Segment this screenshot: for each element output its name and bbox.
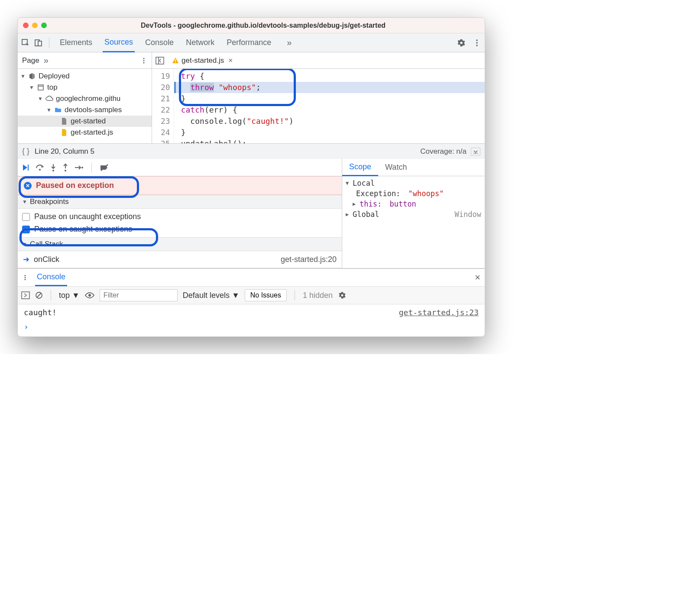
pause-banner: ✕ Paused on exception bbox=[18, 176, 342, 195]
coverage-dropdown-icon[interactable] bbox=[471, 148, 480, 155]
code-editor[interactable]: 19202122232425 try { throw "whoops";}cat… bbox=[152, 69, 485, 143]
svg-point-23 bbox=[81, 167, 83, 168]
editor-statusbar: { } Line 20, Column 5 Coverage: n/a bbox=[18, 143, 485, 159]
tab-elements[interactable]: Elements bbox=[58, 34, 94, 52]
window-titlebar: DevTools - googlechrome.github.io/devtoo… bbox=[18, 18, 485, 33]
scope-exception: Exception: "whoops" bbox=[346, 188, 481, 199]
svg-point-7 bbox=[143, 60, 145, 61]
tree-folder[interactable]: ▼ devtools-samples bbox=[18, 104, 152, 116]
checkbox-checked[interactable]: ✓ bbox=[22, 226, 30, 233]
window-controls bbox=[23, 23, 47, 28]
step-icon[interactable] bbox=[74, 164, 84, 171]
document-icon bbox=[60, 117, 68, 125]
scope-tab[interactable]: Scope bbox=[342, 159, 378, 176]
tab-console[interactable]: Console bbox=[143, 34, 175, 52]
checkbox-unchecked[interactable] bbox=[22, 213, 30, 221]
svg-point-5 bbox=[476, 45, 478, 46]
navigator-menu-icon[interactable] bbox=[140, 57, 147, 64]
svg-line-30 bbox=[37, 293, 41, 297]
scope-local[interactable]: ▼Local bbox=[346, 178, 481, 188]
svg-rect-11 bbox=[156, 57, 164, 64]
hidden-count[interactable]: 1 hidden bbox=[303, 291, 333, 300]
settings-gear-icon[interactable] bbox=[456, 38, 467, 48]
console-prompt[interactable]: › bbox=[18, 320, 485, 336]
pause-message: Paused on exception bbox=[36, 181, 114, 190]
tree-file-html[interactable]: get-started bbox=[18, 116, 152, 127]
main-toolbar: Elements Sources Console Network Perform… bbox=[18, 33, 485, 52]
close-tab-icon[interactable]: × bbox=[228, 56, 233, 65]
deactivate-breakpoints-icon[interactable] bbox=[100, 164, 109, 171]
context-selector[interactable]: top ▼ bbox=[59, 291, 80, 300]
debugger-panel: ✕ Paused on exception ▼Breakpoints Pause… bbox=[18, 159, 342, 268]
file-tab-active[interactable]: get-started.js × bbox=[169, 55, 236, 67]
svg-rect-16 bbox=[28, 165, 29, 171]
pretty-print-icon[interactable]: { } bbox=[22, 147, 29, 156]
info-circle-icon: ✕ bbox=[24, 182, 32, 190]
svg-point-8 bbox=[143, 62, 145, 63]
callstack-header[interactable]: ▼Call Stack bbox=[18, 237, 342, 251]
drawer-menu-icon[interactable] bbox=[22, 275, 28, 281]
minimize-window-button[interactable] bbox=[32, 23, 38, 28]
svg-point-6 bbox=[143, 58, 145, 59]
svg-rect-2 bbox=[38, 41, 42, 46]
maximize-window-button[interactable] bbox=[41, 23, 47, 28]
tab-performance[interactable]: Performance bbox=[225, 34, 273, 52]
log-source-link[interactable]: get-started.js:23 bbox=[399, 308, 479, 317]
step-out-icon[interactable] bbox=[62, 163, 69, 172]
bp-caught-row[interactable]: ✓ Pause on caught exceptions bbox=[22, 223, 337, 236]
page-tab[interactable]: Page bbox=[22, 56, 39, 65]
cloud-icon bbox=[45, 95, 53, 103]
clear-console-icon[interactable] bbox=[35, 291, 43, 299]
levels-selector[interactable]: Default levels ▼ bbox=[183, 291, 240, 300]
editor-panel: get-started.js × 19202122232425 try { th… bbox=[152, 52, 485, 143]
console-sidebar-toggle-icon[interactable] bbox=[21, 291, 30, 299]
scope-global[interactable]: ▶Global Window bbox=[346, 209, 481, 220]
svg-rect-28 bbox=[22, 292, 29, 299]
bp-uncaught-row[interactable]: Pause on uncaught exceptions bbox=[22, 210, 337, 223]
no-issues-button[interactable]: No Issues bbox=[245, 289, 287, 301]
step-into-icon[interactable] bbox=[50, 163, 57, 172]
line-gutter: 19202122232425 bbox=[152, 69, 174, 143]
console-drawer-tab[interactable]: Console bbox=[35, 269, 67, 286]
callstack-frame[interactable]: ➜ onClick get-started.js:20 bbox=[18, 251, 342, 268]
svg-point-31 bbox=[88, 294, 91, 297]
divider bbox=[49, 38, 49, 48]
device-toggle-icon[interactable] bbox=[33, 38, 44, 48]
more-tabs-icon[interactable]: » bbox=[287, 38, 292, 48]
tab-sources[interactable]: Sources bbox=[103, 33, 135, 52]
console-filter-input[interactable] bbox=[100, 289, 178, 301]
watch-tab[interactable]: Watch bbox=[378, 159, 414, 175]
more-navigator-tabs-icon[interactable]: » bbox=[44, 55, 49, 65]
file-tree: ▼ Deployed ▼ top ▼ googlechrome.githu ▼ bbox=[18, 69, 152, 140]
svg-rect-14 bbox=[175, 62, 176, 63]
navigator-panel: Page » ▼ Deployed ▼ top ▼ bbox=[18, 52, 152, 143]
panel-tabs: Elements Sources Console Network Perform… bbox=[58, 33, 292, 52]
tree-domain[interactable]: ▼ googlechrome.githu bbox=[18, 93, 152, 104]
close-window-button[interactable] bbox=[23, 23, 29, 28]
breakpoints-header[interactable]: ▼Breakpoints bbox=[18, 195, 342, 209]
svg-point-21 bbox=[65, 170, 66, 171]
toggle-navigator-icon[interactable] bbox=[155, 55, 165, 66]
cube-icon bbox=[28, 72, 36, 80]
live-expression-icon[interactable] bbox=[85, 292, 94, 298]
console-log-row: caught! get-started.js:23 bbox=[18, 304, 485, 320]
current-frame-icon: ➜ bbox=[23, 255, 29, 264]
resume-icon[interactable] bbox=[21, 163, 30, 172]
tree-file-js[interactable]: get-started.js bbox=[18, 127, 152, 138]
scope-this[interactable]: ▶ this: button bbox=[346, 199, 481, 209]
tab-network[interactable]: Network bbox=[184, 34, 216, 52]
svg-point-25 bbox=[25, 275, 26, 276]
close-drawer-icon[interactable]: × bbox=[475, 272, 480, 283]
window-title: DevTools - googlechrome.github.io/devtoo… bbox=[47, 22, 480, 29]
svg-rect-13 bbox=[175, 59, 176, 61]
console-settings-gear-icon[interactable] bbox=[338, 291, 347, 300]
step-over-icon[interactable] bbox=[35, 164, 45, 171]
coverage-label: Coverage: n/a bbox=[420, 147, 467, 156]
tree-deployed[interactable]: ▼ Deployed bbox=[18, 71, 152, 82]
tree-top[interactable]: ▼ top bbox=[18, 82, 152, 93]
frame-icon bbox=[37, 84, 45, 91]
svg-rect-9 bbox=[38, 85, 43, 90]
svg-point-17 bbox=[39, 169, 41, 171]
inspect-element-icon[interactable] bbox=[20, 38, 31, 48]
kebab-menu-icon[interactable] bbox=[472, 38, 482, 48]
